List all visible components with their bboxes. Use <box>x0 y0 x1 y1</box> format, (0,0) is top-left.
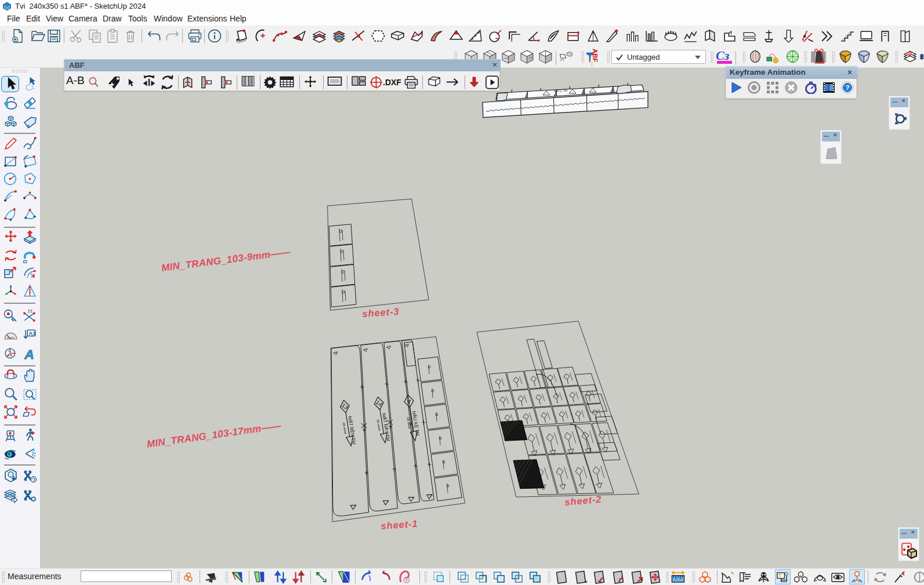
svg-text:A: A <box>24 347 34 362</box>
svg-text:MIN_TRANG_103-9mm——: MIN_TRANG_103-9mm—— <box>161 246 291 274</box>
svg-text:MIN_TRANG_103-17mm——: MIN_TRANG_103-17mm—— <box>146 420 282 450</box>
svg-text:AB sheet: AB sheet <box>376 419 382 432</box>
svg-text:15: 15 <box>27 308 32 314</box>
svg-text:sheet-3: sheet-3 <box>362 306 400 319</box>
svg-text:S: S <box>908 52 911 56</box>
svg-text:AB sheet: AB sheet <box>406 417 411 430</box>
svg-text:sheet-1: sheet-1 <box>381 518 418 531</box>
svg-text:C: C <box>8 348 11 353</box>
svg-text:4: 4 <box>405 398 412 405</box>
svg-text:AB sheet: AB sheet <box>342 422 347 435</box>
svg-text:?: ? <box>846 84 850 91</box>
svg-text:ABF_: ABF_ <box>592 49 599 67</box>
svg-text:A1: A1 <box>28 330 35 336</box>
svg-text:MA.C TM: MA.C TM <box>554 89 568 93</box>
svg-text:13: 13 <box>340 402 350 411</box>
svg-text:A-B: A-B <box>7 354 12 357</box>
svg-text:14: 14 <box>375 399 384 408</box>
